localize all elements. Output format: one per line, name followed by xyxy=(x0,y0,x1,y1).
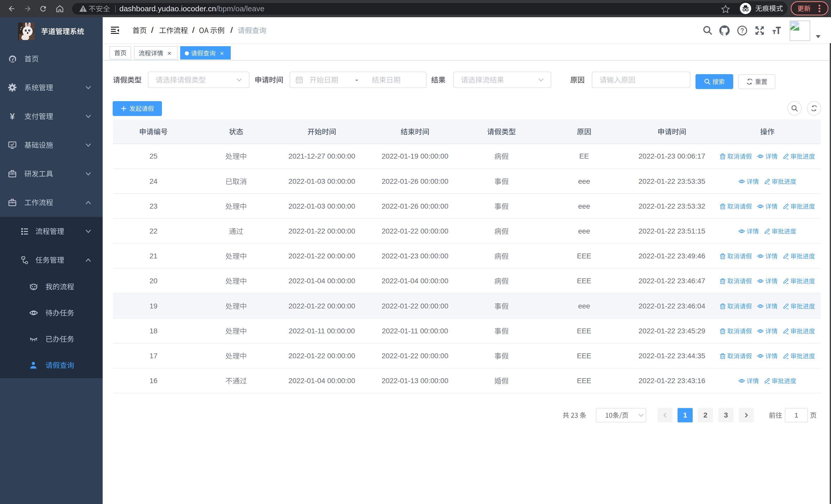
svg-text:¥: ¥ xyxy=(10,112,15,120)
